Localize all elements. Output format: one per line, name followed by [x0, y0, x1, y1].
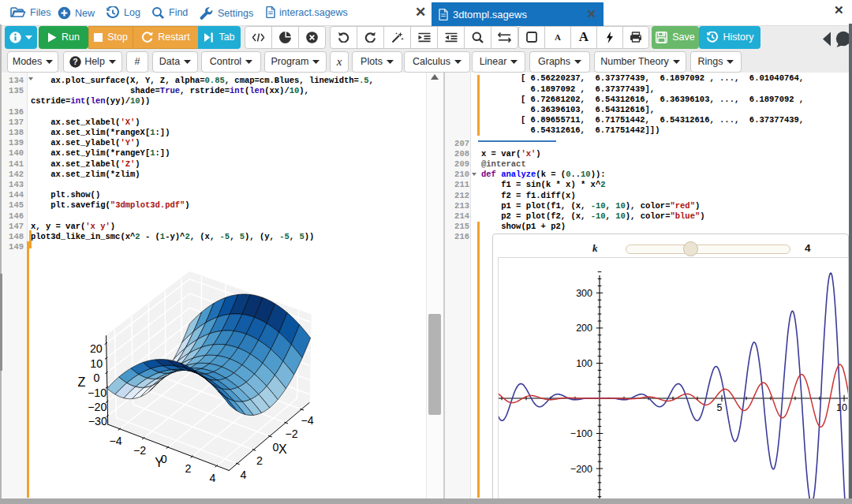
- svg-text:100: 100: [576, 358, 592, 369]
- svg-text:4: 4: [210, 472, 216, 484]
- svg-text:200: 200: [576, 323, 592, 334]
- svg-text:20: 20: [90, 342, 103, 355]
- svg-text:−100: −100: [570, 428, 592, 439]
- svg-text:−2: −2: [286, 427, 298, 439]
- svg-text:10: 10: [90, 357, 103, 369]
- svg-text:−30: −30: [88, 415, 107, 427]
- svg-text:−200: −200: [570, 464, 592, 475]
- svg-text:4: 4: [241, 468, 247, 480]
- svg-text:300: 300: [576, 288, 592, 299]
- svg-text:−2: −2: [133, 443, 146, 456]
- svg-text:10: 10: [836, 402, 847, 413]
- svg-text:−20: −20: [88, 401, 106, 413]
- svg-text:−4: −4: [301, 414, 314, 427]
- svg-text:?: ?: [73, 57, 77, 66]
- svg-text:−10: −10: [88, 386, 106, 398]
- svg-text:Z: Z: [78, 375, 86, 389]
- svg-text:Y: Y: [155, 456, 163, 469]
- svg-text:2: 2: [256, 454, 263, 467]
- svg-text:X: X: [278, 442, 287, 456]
- svg-text:−4: −4: [110, 435, 122, 447]
- svg-text:5: 5: [717, 402, 723, 413]
- svg-text:2: 2: [185, 462, 192, 475]
- svg-text:0: 0: [94, 371, 100, 384]
